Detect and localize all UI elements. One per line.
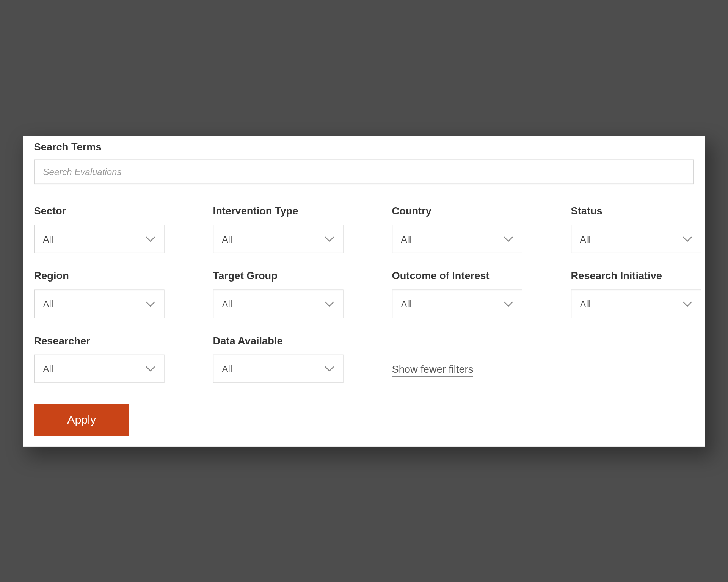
dropdown-outcome-of-interest[interactable]: All	[392, 289, 522, 318]
filters-grid: Sector All Intervention Type All Country…	[34, 205, 694, 383]
apply-button[interactable]: Apply	[34, 404, 129, 435]
dropdown-target-group[interactable]: All	[213, 289, 344, 318]
chevron-down-icon	[146, 301, 155, 307]
dropdown-value-region: All	[43, 299, 53, 309]
dropdown-value-researcher: All	[43, 363, 53, 374]
filter-data-available: Data Available All	[213, 335, 344, 383]
dropdown-data-available[interactable]: All	[213, 354, 344, 383]
dropdown-value-research-initiative: All	[580, 299, 590, 309]
filter-status: Status All	[571, 205, 701, 253]
filter-sector: Sector All	[34, 205, 165, 253]
empty-cell	[571, 335, 701, 383]
filter-outcome-of-interest: Outcome of Interest All	[392, 270, 522, 318]
filter-label-intervention-type: Intervention Type	[213, 205, 344, 217]
filter-label-research-initiative: Research Initiative	[571, 270, 701, 282]
dropdown-value-data-available: All	[222, 363, 232, 374]
chevron-down-icon	[146, 236, 155, 242]
chevron-down-icon	[325, 236, 334, 242]
chevron-down-icon	[325, 366, 334, 372]
chevron-down-icon	[504, 301, 513, 307]
chevron-down-icon	[504, 236, 513, 242]
filter-label-researcher: Researcher	[34, 335, 165, 347]
filter-label-sector: Sector	[34, 205, 165, 217]
filter-label-region: Region	[34, 270, 165, 282]
dropdown-research-initiative[interactable]: All	[571, 289, 701, 318]
dropdown-value-target-group: All	[222, 299, 232, 309]
search-filter-panel: Search Terms Sector All Intervention Typ…	[23, 136, 705, 447]
filter-label-status: Status	[571, 205, 701, 217]
search-terms-label: Search Terms	[34, 141, 694, 153]
dropdown-researcher[interactable]: All	[34, 354, 165, 383]
dropdown-region[interactable]: All	[34, 289, 165, 318]
search-terms-section: Search Terms	[34, 141, 694, 184]
chevron-down-icon	[682, 301, 692, 307]
filter-label-data-available: Data Available	[213, 335, 344, 347]
chevron-down-icon	[146, 366, 155, 372]
dropdown-sector[interactable]: All	[34, 225, 165, 253]
filter-label-outcome-of-interest: Outcome of Interest	[392, 270, 522, 282]
filter-intervention-type: Intervention Type All	[213, 205, 344, 253]
filter-label-country: Country	[392, 205, 522, 217]
filter-researcher: Researcher All	[34, 335, 165, 383]
chevron-down-icon	[682, 236, 692, 242]
search-input[interactable]	[34, 159, 694, 184]
show-fewer-filters-link[interactable]: Show fewer filters	[392, 363, 474, 377]
filter-region: Region All	[34, 270, 165, 318]
toggle-filters-container: Show fewer filters	[392, 335, 522, 383]
filter-label-target-group: Target Group	[213, 270, 344, 282]
dropdown-value-status: All	[580, 234, 590, 244]
dropdown-value-intervention-type: All	[222, 234, 232, 244]
dropdown-value-country: All	[401, 234, 411, 244]
dropdown-country[interactable]: All	[392, 225, 522, 253]
dropdown-status[interactable]: All	[571, 225, 701, 253]
filter-target-group: Target Group All	[213, 270, 344, 318]
chevron-down-icon	[325, 301, 334, 307]
filter-country: Country All	[392, 205, 522, 253]
dropdown-intervention-type[interactable]: All	[213, 225, 344, 253]
dropdown-value-outcome-of-interest: All	[401, 299, 411, 309]
filter-research-initiative: Research Initiative All	[571, 270, 701, 318]
dropdown-value-sector: All	[43, 234, 53, 244]
